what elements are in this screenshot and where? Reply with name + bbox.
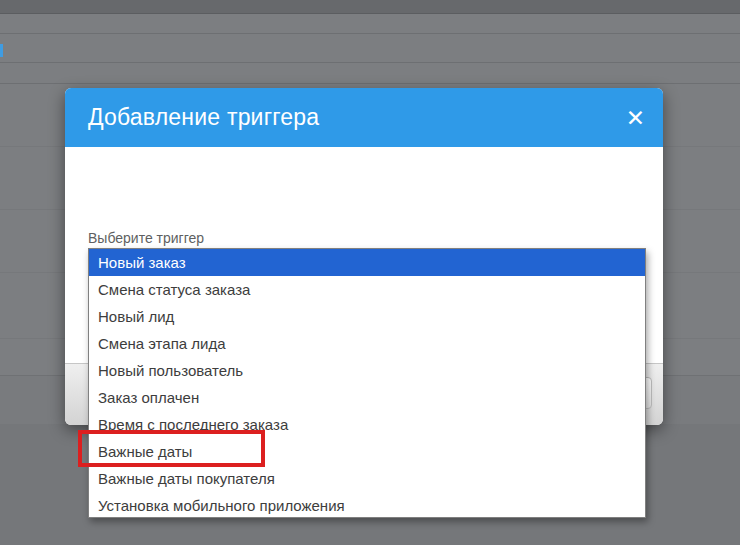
dropdown-option[interactable]: Важные даты xyxy=(89,438,645,465)
dropdown-option[interactable]: Новый пользователь xyxy=(89,357,645,384)
select-trigger-label: Выберите триггер xyxy=(88,230,204,247)
dropdown-option[interactable]: Время с последнего заказа xyxy=(89,411,645,438)
background-row-divider xyxy=(0,83,740,84)
background-row-divider xyxy=(0,62,740,63)
background-row-divider xyxy=(0,33,740,34)
trigger-dropdown-list: Новый заказСмена статуса заказаНовый лид… xyxy=(88,248,646,518)
dropdown-option[interactable]: Новый заказ xyxy=(89,249,645,276)
modal-title: Добавление триггера xyxy=(88,104,319,131)
modal-header: Добавление триггера ✕ xyxy=(65,88,663,147)
background-link-fragment xyxy=(0,44,3,57)
dropdown-option[interactable]: Новый лид xyxy=(89,303,645,330)
dropdown-option[interactable]: Установка мобильного приложения xyxy=(89,492,645,519)
dropdown-option[interactable]: Важные даты покупателя xyxy=(89,465,645,492)
screen: Добавление триггера ✕ Выберите триггер П… xyxy=(0,0,740,545)
close-icon[interactable]: ✕ xyxy=(626,106,645,129)
dropdown-option[interactable]: Смена статуса заказа xyxy=(89,276,645,303)
background-top-bar xyxy=(0,0,740,14)
dropdown-option[interactable]: Заказ оплачен xyxy=(89,384,645,411)
dropdown-option[interactable]: Смена этапа лида xyxy=(89,330,645,357)
